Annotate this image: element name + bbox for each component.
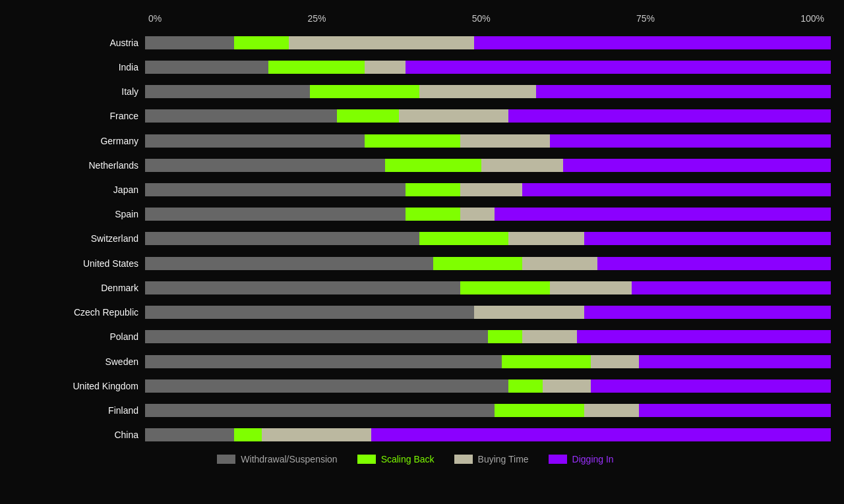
chart-row: China: [0, 425, 831, 445]
withdrawal-segment: [145, 134, 365, 148]
row-label: Denmark: [0, 283, 145, 293]
buying-segment: [481, 159, 564, 172]
buying-segment: [262, 428, 371, 441]
buying-segment: [543, 379, 591, 393]
chart-container: 0%25%50%75%100% AustriaIndiaItalyFranceG…: [0, 0, 844, 504]
scaling-segment: [268, 61, 365, 74]
buying-segment: [550, 281, 632, 294]
withdrawal-segment: [145, 85, 310, 98]
bar-container: [145, 330, 831, 343]
row-label: France: [0, 111, 145, 121]
row-label: Poland: [0, 331, 145, 342]
digging-segment: [495, 208, 831, 221]
chart-row: Germany: [0, 131, 831, 151]
buying-segment: [289, 36, 474, 49]
withdrawal-segment: [145, 306, 474, 319]
scaling-swatch: [357, 455, 376, 464]
digging-segment: [577, 330, 831, 343]
chart-row: Spain: [0, 204, 831, 224]
x-axis: 0%25%50%75%100%: [0, 13, 831, 24]
chart-row: Poland: [0, 327, 831, 347]
digging-segment: [639, 355, 831, 368]
chart-row: Denmark: [0, 278, 831, 298]
chart-row: Austria: [0, 33, 831, 53]
x-axis-label: 100%: [800, 13, 824, 24]
digging-segment: [597, 257, 831, 270]
scaling-segment: [337, 109, 399, 123]
row-label: Netherlands: [0, 160, 145, 171]
scaling-segment: [385, 159, 481, 172]
scaling-segment: [460, 281, 549, 294]
bar-container: [145, 36, 831, 49]
scaling-segment: [488, 330, 522, 343]
row-label: China: [0, 430, 145, 440]
bar-container: [145, 281, 831, 294]
chart-row: Czech Republic: [0, 302, 831, 322]
bar-container: [145, 404, 831, 417]
digging-segment: [371, 428, 831, 441]
bar-container: [145, 428, 831, 441]
bar-container: [145, 183, 831, 196]
row-label: Sweden: [0, 356, 145, 367]
row-label: United States: [0, 258, 145, 269]
scaling-segment: [406, 208, 460, 221]
chart-row: Sweden: [0, 352, 831, 372]
legend-scaling: Scaling Back: [357, 454, 435, 464]
buying-segment: [522, 257, 597, 270]
row-label: Austria: [0, 38, 145, 48]
digging-segment: [584, 232, 831, 245]
row-label: Finland: [0, 405, 145, 416]
digging-label: Digging In: [572, 454, 614, 464]
buying-segment: [508, 232, 584, 245]
buying-segment: [399, 109, 508, 123]
digging-segment: [508, 109, 831, 123]
chart-row: France: [0, 106, 831, 126]
buying-segment: [460, 183, 522, 196]
row-label: Italy: [0, 86, 145, 97]
withdrawal-segment: [145, 404, 495, 417]
bar-container: [145, 208, 831, 221]
buying-segment: [522, 330, 577, 343]
x-axis-label: 0%: [148, 13, 162, 24]
bar-container: [145, 61, 831, 74]
chart-row: Switzerland: [0, 229, 831, 248]
digging-segment: [550, 134, 831, 148]
digging-swatch: [549, 455, 567, 464]
legend-buying: Buying Time: [454, 454, 529, 464]
buying-swatch: [454, 455, 473, 464]
chart-row: Netherlands: [0, 155, 831, 175]
x-axis-label: 50%: [472, 13, 491, 24]
scaling-label: Scaling Back: [381, 454, 435, 464]
bar-container: [145, 306, 831, 319]
withdrawal-segment: [145, 159, 385, 172]
row-label: Czech Republic: [0, 307, 145, 318]
withdrawal-segment: [145, 183, 406, 196]
digging-segment: [563, 159, 831, 172]
bar-container: [145, 134, 831, 148]
buying-segment: [419, 85, 536, 98]
buying-segment: [584, 404, 639, 417]
digging-segment: [591, 379, 831, 393]
withdrawal-segment: [145, 281, 460, 294]
withdrawal-segment: [145, 109, 337, 123]
scaling-segment: [234, 428, 262, 441]
row-label: United Kingdom: [0, 381, 145, 391]
withdrawal-label: Withdrawal/Suspension: [241, 454, 337, 464]
chart-row: United Kingdom: [0, 376, 831, 396]
digging-segment: [536, 85, 831, 98]
chart-rows: AustriaIndiaItalyFranceGermanyNetherland…: [0, 30, 831, 447]
bar-container: [145, 85, 831, 98]
bar-container: [145, 257, 831, 270]
scaling-segment: [495, 404, 584, 417]
scaling-segment: [310, 85, 419, 98]
withdrawal-segment: [145, 36, 234, 49]
withdrawal-segment: [145, 61, 268, 74]
digging-segment: [406, 61, 831, 74]
digging-segment: [639, 404, 831, 417]
bar-container: [145, 159, 831, 172]
bar-container: [145, 232, 831, 245]
row-label: Germany: [0, 136, 145, 146]
x-axis-label: 25%: [307, 13, 326, 24]
chart-row: Japan: [0, 180, 831, 200]
withdrawal-segment: [145, 257, 433, 270]
